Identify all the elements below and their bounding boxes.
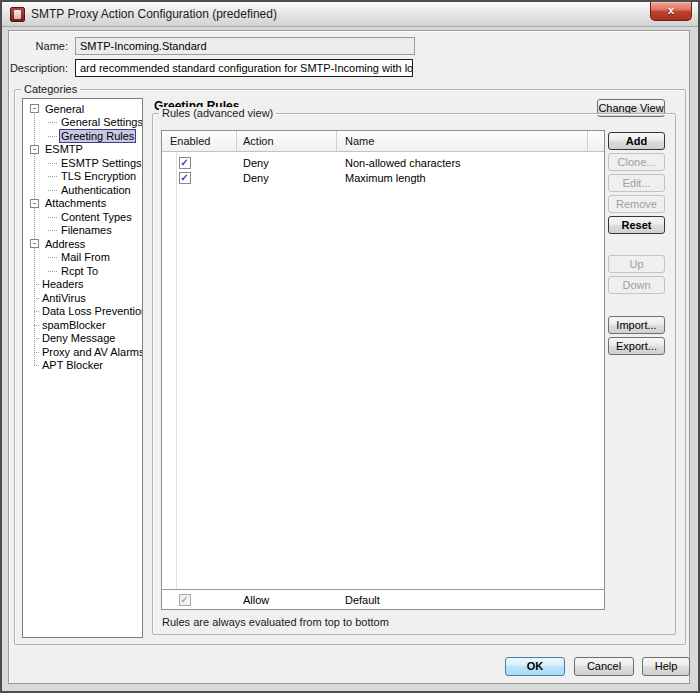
tree-item-spamblocker[interactable]: spamBlocker xyxy=(23,318,142,332)
tree-item-address[interactable]: - Address xyxy=(23,237,142,251)
categories-tree: - General General Settings Greeting Rule… xyxy=(22,98,143,638)
rule-action: Deny xyxy=(237,157,337,169)
table-header: Enabled Action Name xyxy=(162,131,604,152)
remove-button: Remove xyxy=(608,195,665,213)
description-label: Description: xyxy=(8,62,68,74)
close-icon[interactable]: x xyxy=(650,2,692,21)
rule-action: Deny xyxy=(237,172,337,184)
title-bar[interactable]: SMTP Proxy Action Configuration (predefi… xyxy=(2,2,698,27)
collapse-icon[interactable]: - xyxy=(30,145,39,154)
tree-item-headers[interactable]: Headers xyxy=(23,278,142,292)
reset-button[interactable]: Reset xyxy=(608,216,665,234)
tree-item-apt-blocker[interactable]: APT Blocker xyxy=(23,359,142,373)
table-gridline xyxy=(176,152,177,609)
tree-item-data-loss-prevention[interactable]: Data Loss Prevention xyxy=(23,305,142,319)
column-header-action[interactable]: Action xyxy=(237,131,337,151)
tree-item-general-settings[interactable]: General Settings xyxy=(23,116,142,130)
column-header-enabled[interactable]: Enabled xyxy=(162,131,237,151)
collapse-icon[interactable]: - xyxy=(30,199,39,208)
tree-item-filenames[interactable]: Filenames xyxy=(23,224,142,238)
tree-item-content-types[interactable]: Content Types xyxy=(23,210,142,224)
name-label: Name: xyxy=(10,40,68,52)
rules-table: Enabled Action Name ✓ Deny Non-allowed c… xyxy=(161,130,605,610)
tree-item-authentication[interactable]: Authentication xyxy=(23,183,142,197)
table-row[interactable]: ✓ Deny Non-allowed characters xyxy=(162,155,604,170)
rule-name: Maximum length xyxy=(337,172,604,184)
window-title: SMTP Proxy Action Configuration (predefi… xyxy=(31,7,277,21)
edit-button: Edit... xyxy=(608,174,665,192)
tree-item-proxy-av-alarms[interactable]: Proxy and AV Alarms xyxy=(23,345,142,359)
help-button[interactable]: Help xyxy=(642,657,690,676)
tree-item-attachments[interactable]: - Attachments xyxy=(23,197,142,211)
dialog-window: SMTP Proxy Action Configuration (predefi… xyxy=(0,0,700,693)
ok-button[interactable]: OK xyxy=(505,657,565,676)
import-button[interactable]: Import... xyxy=(608,316,665,334)
tree-item-esmtp[interactable]: - ESMTP xyxy=(23,143,142,157)
enabled-checkbox[interactable]: ✓ xyxy=(179,172,191,184)
rules-footnote: Rules are always evaluated from top to b… xyxy=(162,616,389,628)
tree-item-tls-encryption[interactable]: TLS Encryption xyxy=(23,170,142,184)
up-button: Up xyxy=(608,255,665,273)
name-field[interactable]: SMTP-Incoming.Standard xyxy=(75,37,415,55)
tree-item-general[interactable]: - General xyxy=(23,102,142,116)
app-icon xyxy=(10,7,25,22)
clone-button: Clone... xyxy=(608,153,665,171)
collapse-icon[interactable]: - xyxy=(30,239,39,248)
categories-group-label: Categories xyxy=(21,83,80,96)
column-header-name[interactable]: Name xyxy=(337,131,587,151)
tree-item-mail-from[interactable]: Mail From xyxy=(23,251,142,265)
enabled-checkbox-disabled: ✓ xyxy=(179,594,191,606)
description-field[interactable]: ard recommended standard configuration f… xyxy=(75,59,413,77)
column-header-cap xyxy=(587,131,604,151)
rules-group-label: Rules (advanced view) xyxy=(159,107,276,120)
default-rule-row: ✓ Allow Default xyxy=(162,589,604,609)
tree-item-deny-message[interactable]: Deny Message xyxy=(23,332,142,346)
table-row[interactable]: ✓ Deny Maximum length xyxy=(162,170,604,185)
rule-action: Allow xyxy=(237,594,337,606)
collapse-icon[interactable]: - xyxy=(30,104,39,113)
export-button[interactable]: Export... xyxy=(608,337,665,355)
add-button[interactable]: Add xyxy=(608,132,665,150)
cancel-button[interactable]: Cancel xyxy=(574,657,634,676)
down-button: Down xyxy=(608,276,665,294)
tree-item-antivirus[interactable]: AntiVirus xyxy=(23,291,142,305)
enabled-checkbox[interactable]: ✓ xyxy=(179,157,191,169)
rule-name: Default xyxy=(337,594,604,606)
rule-name: Non-allowed characters xyxy=(337,157,604,169)
tree-item-esmtp-settings[interactable]: ESMTP Settings xyxy=(23,156,142,170)
tree-item-greeting-rules[interactable]: Greeting Rules xyxy=(23,129,142,143)
tree-item-rcpt-to[interactable]: Rcpt To xyxy=(23,264,142,278)
